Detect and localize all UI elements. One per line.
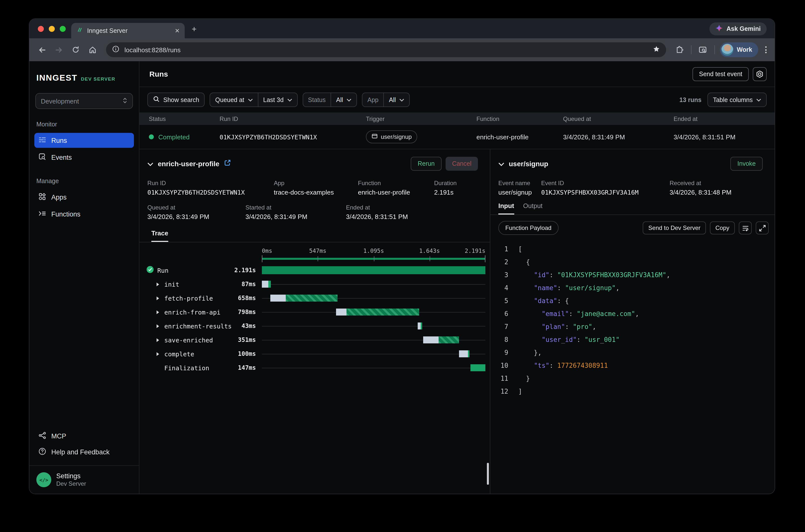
event-name-label: Event name [498, 180, 541, 187]
trace-row-complete[interactable]: complete100ms [145, 347, 485, 361]
trace-step-name: complete [164, 350, 194, 358]
extensions-icon[interactable] [673, 43, 686, 56]
sidebar-item-functions[interactable]: Functions [34, 207, 134, 222]
app-filter-button[interactable]: All [383, 93, 410, 107]
word-wrap-button[interactable] [739, 222, 752, 234]
cancel-button[interactable]: Cancel [446, 157, 478, 171]
expand-arrow-icon[interactable] [156, 282, 161, 286]
browser-menu-icon[interactable] [763, 46, 769, 53]
trace-row-fetch-profile[interactable]: fetch-profile658ms [145, 291, 485, 305]
reload-icon[interactable] [69, 43, 82, 56]
status-filter-button[interactable]: All [331, 93, 356, 107]
trace-step-duration: 2.191s [234, 267, 262, 274]
home-icon[interactable] [86, 43, 99, 56]
tab-trace[interactable]: Trace [151, 229, 168, 242]
col-status: Status [149, 115, 220, 122]
sidebar-item-events[interactable]: Events [34, 150, 134, 165]
scrollbar-thumb[interactable] [487, 463, 489, 485]
ask-gemini-button[interactable]: Ask Gemini [709, 22, 767, 35]
collapse-chevron-icon[interactable] [147, 159, 153, 168]
invoke-button[interactable]: Invoke [730, 157, 763, 171]
tab-input[interactable]: Input [498, 202, 514, 214]
url-text[interactable]: localhost:8288/runs [125, 46, 648, 54]
sidebar-item-runs[interactable]: Runs [34, 133, 134, 148]
event-name-title: user/signup [509, 160, 548, 168]
filter-bar: Show search Queued at Last 3d Status [139, 87, 775, 112]
expand-arrow-icon[interactable] [156, 324, 161, 328]
inngest-favicon-icon [76, 26, 83, 35]
time-range-filter-button[interactable]: Last 3d [258, 93, 297, 107]
avatar [722, 44, 733, 56]
timeline-tick-label: 1.643s [419, 247, 440, 254]
trigger-pill[interactable]: user/signup [366, 130, 417, 143]
bookmark-star-icon[interactable] [653, 45, 660, 55]
col-run-id: Run ID [220, 115, 366, 122]
trace-row-run[interactable]: Run2.191s [145, 263, 485, 277]
run-id-label: Run ID [147, 180, 274, 187]
search-icon [153, 96, 160, 104]
sidebar-item-apps[interactable]: Apps [34, 190, 134, 205]
send-to-dev-server-button[interactable]: Send to Dev Server [643, 222, 706, 234]
expand-arrow-icon[interactable] [156, 352, 161, 356]
line-number: 11 [490, 372, 508, 385]
duration-value: 2.191s [434, 189, 490, 196]
trace-row-init[interactable]: init87ms [145, 277, 485, 291]
settings-gear-button[interactable] [753, 67, 767, 81]
new-tab-button[interactable]: + [192, 25, 196, 33]
sidebar-item-settings[interactable]: </> Settings Dev Server [30, 465, 139, 494]
queue-segment [270, 294, 286, 302]
tab-output[interactable]: Output [523, 202, 543, 214]
queued-at-filter-button[interactable]: Queued at [210, 93, 258, 107]
settings-subtitle: Dev Server [56, 480, 86, 487]
sidebar-item-mcp[interactable]: MCP [34, 429, 134, 443]
back-icon[interactable] [35, 43, 48, 56]
copy-button[interactable]: Copy [710, 222, 735, 234]
app-filter: App All [362, 93, 410, 107]
trace-row-enrich-from-api[interactable]: enrich-from-api798ms [145, 305, 485, 319]
browser-tab[interactable]: Inngest Server ✕ [71, 23, 185, 38]
collapse-chevron-icon[interactable] [498, 159, 504, 168]
code-line: 1[ [490, 243, 775, 256]
dev-server-badge: DEV SERVER [81, 76, 115, 82]
screen: Inngest Server ✕ + Ask Gemini loca [0, 0, 805, 532]
send-test-event-button[interactable]: Send test event [692, 67, 749, 81]
function-link[interactable]: enrich-user-profile [358, 189, 434, 196]
profile-button[interactable]: Work [720, 42, 758, 57]
trace-bar-track [262, 333, 485, 347]
show-search-button[interactable]: Show search [147, 93, 205, 107]
expand-arrow-icon[interactable] [156, 310, 161, 314]
col-queued-at: Queued at [563, 115, 674, 122]
rerun-button[interactable]: Rerun [411, 157, 442, 171]
expand-arrow-icon[interactable] [156, 296, 161, 300]
minimize-window-button[interactable] [49, 26, 55, 32]
col-trigger: Trigger [366, 115, 476, 122]
forward-icon[interactable] [52, 43, 65, 56]
runs-count: 13 runs [679, 96, 701, 103]
function-payload-pill[interactable]: Function Payload [498, 221, 558, 235]
url-bar[interactable]: localhost:8288/runs [106, 42, 666, 57]
run-segment [468, 350, 469, 357]
app-link[interactable]: trace-docs-examples [274, 189, 358, 196]
events-icon [38, 153, 46, 162]
trace-row-finalization[interactable]: Finalization147ms [145, 361, 485, 375]
queue-segment [423, 337, 438, 343]
table-row[interactable]: Completed 01KJXSYPZYB6TH2DSDSYETWN1X use… [139, 125, 775, 149]
trace-row-save-enriched[interactable]: save-enriched351ms [145, 333, 485, 347]
site-info-icon[interactable] [112, 45, 119, 55]
payload-code-editor[interactable]: 1[2 {3 "id": "01KJXSYPSFHBXX03GRJFV3A16M… [490, 240, 775, 403]
expand-arrow-icon[interactable] [156, 338, 161, 342]
functions-icon [38, 209, 46, 219]
maximize-window-button[interactable] [60, 26, 66, 32]
environment-select[interactable]: Development [35, 93, 133, 109]
trace-row-enrichment-results[interactable]: enrichment-results43ms [145, 319, 485, 333]
tab-search-icon[interactable] [696, 43, 709, 56]
trace-step-duration: 147ms [238, 364, 262, 371]
sidebar-item-help[interactable]: Help and Feedback [34, 444, 134, 459]
close-window-button[interactable] [38, 26, 44, 32]
page-title: Runs [149, 70, 168, 78]
expand-fullscreen-button[interactable] [756, 222, 769, 234]
tab-close-icon[interactable]: ✕ [175, 27, 180, 34]
external-link-icon[interactable] [224, 159, 231, 168]
trace-bar-track [262, 305, 485, 319]
table-columns-button[interactable]: Table columns [707, 93, 767, 107]
